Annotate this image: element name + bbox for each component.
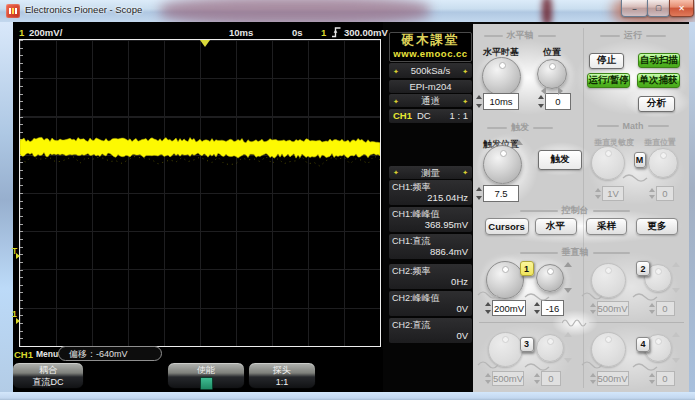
coupling-button-value: 直流DC: [13, 377, 83, 388]
more-button[interactable]: 更多: [636, 218, 678, 235]
sample-rate-value: 500kSa/s: [389, 63, 472, 78]
h-position-left-arrow-icon: [541, 87, 546, 95]
ch3-scale-spinner[interactable]: 500mV: [485, 371, 524, 386]
trigger-channel-number: 1: [321, 27, 326, 38]
h-position-spinner[interactable]: 0: [538, 93, 571, 110]
section-header-console: 控制台: [520, 204, 630, 217]
ch4-badge[interactable]: 4: [636, 337, 650, 352]
stop-button[interactable]: 停止: [589, 53, 624, 69]
timebase-readout: 10ms: [229, 27, 253, 38]
close-icon: ✕: [678, 4, 685, 13]
ch2-badge[interactable]: 2: [636, 261, 650, 276]
auto-scan-button[interactable]: 自动扫描: [638, 53, 680, 68]
ch2-pos-down-arrow-icon: [672, 288, 680, 293]
measure-header-label: 测量: [389, 166, 472, 179]
math-sens-spinner-value[interactable]: 1V: [602, 186, 624, 201]
section-header-math: Math: [597, 121, 669, 131]
ch1-menu-label: Menu: [36, 349, 58, 359]
measure-row-ch1-dc: CH1:直流 886.4mV: [389, 234, 472, 259]
cursors-button[interactable]: Cursors: [485, 218, 529, 235]
ch4-position-spinner[interactable]: 0: [649, 371, 675, 386]
timebase-spinner-value[interactable]: 10ms: [483, 93, 519, 110]
measure-header-row[interactable]: ✦ 测量 ✦: [389, 166, 472, 179]
brand-logo-text: 硬木課堂: [390, 33, 471, 48]
section-header-run: 运行: [600, 29, 666, 42]
maximize-icon: ▢: [655, 4, 662, 12]
close-button[interactable]: ✕: [669, 0, 694, 17]
single-capture-button[interactable]: 单次捕获: [637, 73, 680, 88]
section-header-vertical: 垂直轴: [520, 246, 630, 259]
enable-button[interactable]: 使能: [167, 362, 245, 389]
trigger-position-knob[interactable]: [483, 145, 522, 184]
ch1-badge[interactable]: 1: [520, 261, 534, 276]
ch3-badge[interactable]: 3: [520, 337, 534, 352]
measure-value: 215.04Hz: [427, 192, 468, 203]
analyze-button[interactable]: 分析: [638, 96, 675, 112]
measure-value: 0Hz: [451, 276, 468, 287]
trigger-button[interactable]: 触发: [538, 150, 582, 170]
section-header-trigger: 触发: [487, 121, 553, 134]
ch1-status-row[interactable]: CH1 DC 1 : 1: [389, 109, 472, 123]
ch3-scale-value[interactable]: 500mV: [492, 371, 524, 386]
h-offset-readout: 0s: [292, 27, 303, 38]
ch4-scale-spinner[interactable]: 500mV: [590, 371, 626, 386]
panel-divider-horizontal2: [589, 322, 684, 323]
ch1-position-knob[interactable]: [536, 264, 564, 292]
ch4-scale-value[interactable]: 500mV: [597, 371, 629, 386]
math-pos-spinner-value[interactable]: 0: [656, 186, 674, 201]
maximize-button[interactable]: ▢: [647, 0, 670, 17]
math-sens-knob[interactable]: [591, 146, 625, 180]
ch3-pos-up-arrow-icon: [564, 332, 572, 337]
ch2-scale-value[interactable]: 500mV: [597, 301, 629, 316]
trigger-position-marker[interactable]: [200, 40, 210, 47]
trigger-level-marker-arrow: [16, 253, 20, 259]
window-border-left: [0, 22, 13, 392]
ch4-pos-up-arrow-icon: [672, 332, 680, 337]
h-position-knob[interactable]: [537, 59, 567, 89]
window-border-right: [689, 22, 695, 392]
ch1-scale-value[interactable]: 200mV: [492, 300, 526, 316]
section-header-horizontal: 水平轴: [484, 29, 556, 42]
channel-header-row[interactable]: ✦ 通道 ✦: [389, 94, 472, 107]
sample-rate-row[interactable]: ✦ 500kSa/s ✦: [389, 63, 472, 78]
ch4-position-value[interactable]: 0: [656, 371, 675, 386]
trigger-position-spinner[interactable]: 7.5: [476, 185, 519, 202]
timebase-knob[interactable]: [482, 57, 521, 96]
brand-logo: 硬木課堂 www.emooc.cc: [389, 32, 472, 62]
diamond-icon: ✦: [462, 169, 468, 176]
window-border-bottom: [0, 392, 695, 400]
ch3-position-knob[interactable]: [536, 334, 564, 362]
horizontal-button[interactable]: 水平: [535, 218, 577, 235]
run-pause-button[interactable]: 运行/暂停: [587, 73, 630, 88]
waveform-trace-ch1: [20, 40, 380, 346]
math-sens-spinner[interactable]: 1V: [595, 186, 624, 201]
probe-button[interactable]: 探头 1:1: [248, 362, 316, 389]
enable-button-title: 使能: [168, 365, 244, 376]
titlebar-glass-reflection: [160, 0, 430, 22]
measure-row-ch2-freq: CH2:频率 0Hz: [389, 264, 472, 289]
ch1-scale-spinner[interactable]: 200mV: [485, 300, 526, 316]
minimize-icon: –: [632, 4, 636, 13]
titlebar-glass-streak: [542, 0, 552, 22]
ch2-scale-spinner[interactable]: 500mV: [590, 301, 627, 316]
h-position-spinner-value[interactable]: 0: [545, 93, 571, 110]
measure-label: CH2:直流: [392, 319, 431, 332]
sampling-button[interactable]: 采样: [586, 218, 627, 235]
trigger-position-spinner-value[interactable]: 7.5: [483, 185, 519, 202]
minimize-button[interactable]: –: [621, 0, 648, 17]
measure-value: 0V: [456, 330, 468, 341]
ch1-pos-up-arrow-icon: [564, 262, 572, 267]
math-pos-knob[interactable]: [648, 148, 678, 178]
diamond-icon: ✦: [393, 67, 399, 74]
enable-checkbox-icon: [200, 377, 213, 390]
trigger-slope-icon: [331, 26, 342, 38]
brand-url: www.emooc.cc: [390, 48, 471, 59]
diamond-icon: ✦: [393, 97, 399, 104]
ch2-position-value[interactable]: 0: [656, 301, 675, 316]
scope-display[interactable]: [19, 39, 381, 347]
model-value: EPI-m204: [389, 80, 472, 93]
timebase-spinner[interactable]: 10ms: [476, 93, 519, 110]
probe-button-value: 1:1: [249, 377, 315, 388]
coupling-button[interactable]: 耦合 直流DC: [12, 362, 84, 389]
math-pos-spinner[interactable]: 0: [649, 186, 674, 201]
